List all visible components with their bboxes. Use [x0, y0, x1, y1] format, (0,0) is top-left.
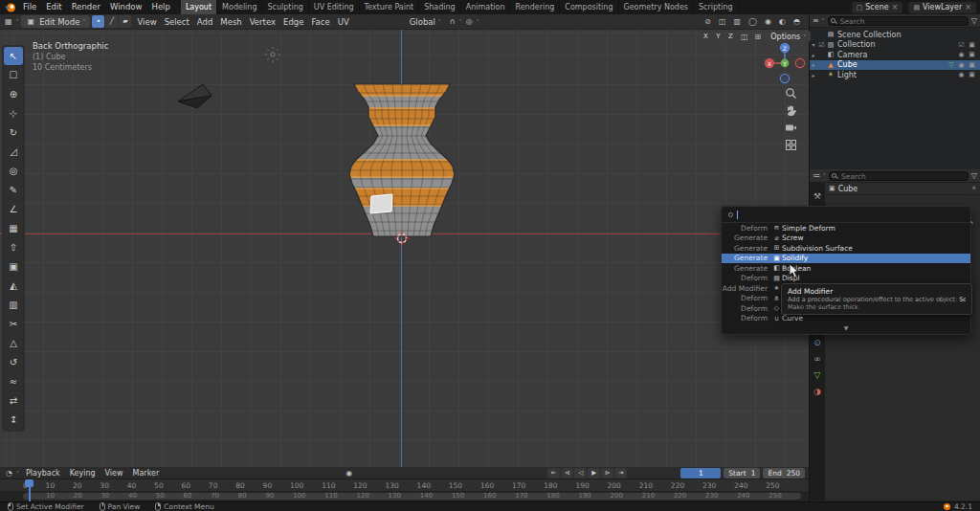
auto-keying-toggle-icon[interactable]: ◉ — [344, 469, 354, 478]
workspace-tab[interactable]: Scripting — [694, 0, 739, 14]
collection-checkbox[interactable]: ☑ — [817, 41, 826, 49]
camera-view-icon[interactable] — [785, 122, 797, 134]
workspace-tab[interactable]: UV Editing — [309, 0, 360, 14]
outliner-row[interactable]: ▤ Scene Collection — [810, 30, 980, 40]
modifier-menu-item[interactable]: Generate ⊞ Subdivision Surface — [722, 243, 970, 254]
mirror-axis-button[interactable]: X — [701, 32, 711, 42]
outliner-row[interactable]: ▸ ◧ Camera ◉ ▣ — [810, 50, 980, 60]
rotate-tool-button[interactable]: ↻ — [4, 123, 23, 142]
modifier-menu-item[interactable]: Deform ▤ Displ — [722, 274, 970, 284]
render-visibility-toggle[interactable]: ▣ — [967, 61, 977, 69]
viewlayer-unlink-icon[interactable]: × — [965, 3, 971, 11]
outliner-filter-icon[interactable]: ▽ — [971, 16, 977, 25]
menu-item[interactable]: Render — [67, 0, 105, 14]
blender-logo-icon[interactable] — [4, 1, 16, 13]
scale-tool-button[interactable]: ◿ — [4, 143, 23, 161]
disclosure-arrow-icon[interactable]: ▾ — [810, 41, 817, 48]
viewport-menu-item[interactable]: Select — [161, 14, 193, 30]
play-button[interactable]: ▶ — [588, 468, 600, 478]
workspace-tab[interactable]: Geometry Nodes — [619, 0, 694, 14]
pin-icon[interactable]: ⌖ — [971, 184, 976, 193]
properties-filter-icon[interactable]: ▽ — [971, 171, 977, 180]
add-cube-tool-button[interactable]: ▦ — [4, 219, 23, 237]
vase-mesh[interactable] — [335, 84, 469, 236]
viewport-menu-item[interactable]: Mesh — [216, 14, 245, 30]
mode-dropdown[interactable]: ▣ Edit Mode ˅ — [21, 15, 91, 28]
timeline-menu-item[interactable]: Keying — [65, 469, 100, 478]
object-name[interactable]: Cube — [835, 60, 947, 69]
toggle-ortho-grid-icon[interactable] — [785, 139, 797, 151]
prev-keyframe-button[interactable]: ⊲ — [561, 468, 573, 478]
knife-tool-button[interactable]: ✂ — [4, 315, 23, 333]
breadcrumb-object-name[interactable]: Cube — [838, 185, 858, 193]
modifier-search-row[interactable] — [722, 207, 970, 223]
tab-tool[interactable]: ⚒ — [810, 189, 825, 205]
timeline-scrollbar[interactable]: 1020304050607080901001101201301401501601… — [0, 491, 809, 501]
zoom-icon[interactable] — [785, 87, 797, 100]
disclosure-arrow-icon[interactable]: ▸ — [810, 72, 817, 78]
modifier-menu-item[interactable]: Generate ⌀ Screw — [722, 233, 970, 244]
tab-material[interactable]: ◑ — [810, 384, 825, 400]
vertex-select-mode-button[interactable]: ∙ — [92, 15, 104, 28]
viewlayer-selector[interactable]: ▤ ViewLayer × — [908, 2, 976, 13]
select-box-tool-button[interactable]: ☐ — [4, 66, 23, 84]
current-frame-field[interactable]: 1 — [680, 468, 721, 478]
workspace-tab[interactable]: Sculpting — [262, 0, 308, 14]
shading-material-preview-icon[interactable]: ◐ — [777, 17, 788, 26]
frame-start-field[interactable]: Start1 — [724, 468, 760, 478]
workspace-tab[interactable]: Texture Paint — [360, 0, 420, 14]
smooth-tool-button[interactable]: ≈ — [4, 372, 23, 390]
timeline-editor-icon[interactable]: ◔ — [4, 469, 14, 478]
workspace-tab[interactable]: Modeling — [217, 0, 262, 14]
edge-select-mode-button[interactable]: ╱ — [105, 15, 118, 28]
shrink-fatten-tool-button[interactable]: ↕ — [4, 411, 23, 429]
frame-end-field[interactable]: End250 — [763, 468, 805, 478]
proportional-editing-icon[interactable]: ◎ — [464, 17, 475, 26]
play-reverse-button[interactable]: ◁ — [574, 468, 587, 478]
transform-tool-button[interactable]: ◎ — [4, 162, 23, 180]
playhead-line[interactable] — [29, 479, 31, 501]
extrude-region-tool-button[interactable]: ⇧ — [4, 238, 23, 256]
snap-base-icon[interactable]: ◫ — [739, 33, 750, 41]
modifier-menu-item[interactable]: Generate ◧ Boolean — [722, 263, 970, 274]
measure-tool-button[interactable]: ∠ — [4, 200, 23, 218]
scene-unlink-icon[interactable]: × — [892, 3, 899, 11]
scene-selector[interactable]: ▢ Scene × — [852, 2, 903, 13]
workspace-tab[interactable]: Layout — [181, 0, 217, 14]
xray-toggle-icon[interactable]: ▥ — [732, 17, 744, 26]
hide-eye-toggle[interactable]: ☑ — [956, 41, 967, 49]
edge-slide-tool-button[interactable]: ⇄ — [4, 391, 23, 410]
lock-icon[interactable]: ⊞ — [753, 33, 764, 41]
hide-eye-toggle[interactable]: ◉ — [956, 61, 967, 69]
render-visibility-toggle[interactable]: ▣ — [967, 51, 977, 58]
show-gizmo-icon[interactable]: ⊘ — [702, 17, 713, 26]
shading-solid-icon[interactable]: ◉ — [763, 17, 773, 26]
timeline-menu-item[interactable]: View — [100, 469, 128, 478]
workspace-tab[interactable]: Rendering — [510, 0, 560, 14]
properties-editor-icon[interactable]: ≔ — [813, 171, 820, 180]
show-overlays-icon[interactable]: ◫ — [717, 17, 728, 26]
modifier-menu-item[interactable]: Deform ∪ Curve — [722, 314, 970, 324]
tab-constraints[interactable]: ∞ — [810, 351, 825, 367]
object-name[interactable]: Collection — [835, 40, 947, 49]
snap-magnet-icon[interactable]: ∩ — [448, 17, 457, 26]
tweak-tool-button[interactable]: ↖ — [4, 47, 23, 65]
menu-item[interactable]: File — [18, 0, 41, 14]
object-name[interactable]: Scene Collection — [835, 31, 947, 39]
poly-build-tool-button[interactable]: △ — [4, 334, 23, 352]
scroll-more-arrow-icon[interactable]: ▼ — [722, 323, 970, 332]
editor-type-icon[interactable]: ▦ — [3, 17, 14, 26]
render-visibility-toggle[interactable]: ▣ — [967, 71, 977, 78]
outliner-editor-icon[interactable]: ≡ — [813, 16, 819, 25]
viewport-menu-item[interactable]: Face — [307, 14, 333, 30]
timeline-menu-item[interactable]: Playback — [21, 469, 65, 478]
object-name[interactable]: Light — [835, 71, 947, 79]
menu-item[interactable]: Help — [146, 0, 174, 14]
hide-eye-toggle[interactable]: ◉ — [956, 51, 967, 58]
next-keyframe-button[interactable]: ⊳ — [601, 468, 613, 478]
viewport-3d[interactable]: Back Orthographic (1) Cube 10 Centimeter… — [0, 30, 809, 467]
viewport-menu-item[interactable]: Edge — [279, 14, 307, 30]
pan-hand-icon[interactable] — [785, 104, 797, 117]
timeline-ruler[interactable]: 0102030405060708090100110120130140150160… — [0, 479, 809, 491]
spin-tool-button[interactable]: ↺ — [4, 353, 23, 371]
